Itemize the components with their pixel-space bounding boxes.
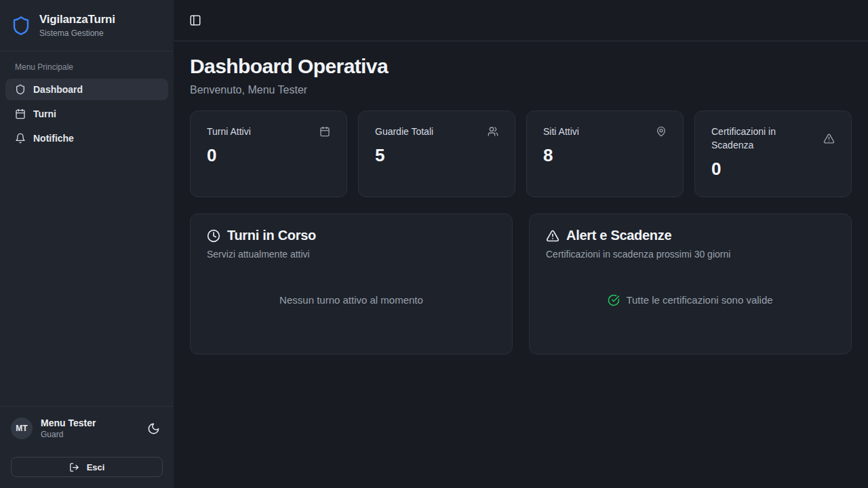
- panel-subtitle: Certificazioni in scadenza prossimi 30 g…: [546, 249, 835, 260]
- sidebar-item-dashboard[interactable]: Dashboard: [5, 79, 168, 100]
- app-brand: VigilanzaTurni Sistema Gestione: [0, 0, 174, 52]
- panel-empty-text: Tutte le certificazioni sono valide: [626, 294, 772, 306]
- stat-card-siti-attivi: Siti Attivi 8: [526, 110, 684, 197]
- theme-toggle-button[interactable]: [144, 420, 163, 438]
- bell-icon: [15, 133, 26, 144]
- alert-triangle-icon: [546, 229, 559, 243]
- panel-title: Turni in Corso: [227, 228, 316, 243]
- sidebar-item-turni[interactable]: Turni: [5, 103, 168, 125]
- sidebar-item-label: Dashboard: [33, 84, 83, 95]
- main-area: Dashboard Operativa Benvenuto, Menu Test…: [174, 0, 868, 488]
- calendar-icon: [15, 108, 26, 119]
- stat-value: 0: [207, 145, 330, 166]
- avatar: MT: [11, 418, 33, 439]
- page-subtitle: Benvenuto, Menu Tester: [190, 84, 852, 96]
- circle-check-icon: [608, 294, 620, 306]
- sidebar: VigilanzaTurni Sistema Gestione Menu Pri…: [0, 0, 174, 488]
- stats-grid: Turni Attivi 0 Guardie Totali: [190, 110, 852, 197]
- stat-value: 0: [711, 159, 835, 180]
- user-row: MT Menu Tester Guard: [11, 418, 163, 439]
- stat-label: Certificazioni in Scadenza: [711, 125, 818, 152]
- clock-icon: [207, 229, 220, 243]
- alert-triangle-icon: [823, 133, 835, 144]
- topbar: [174, 0, 868, 41]
- stat-label: Guardie Totali: [375, 125, 433, 138]
- stat-card-certificazioni: Certificazioni in Scadenza 0: [694, 110, 852, 197]
- sidebar-item-label: Turni: [33, 108, 56, 119]
- sidebar-section-label: Menu Principale: [5, 62, 168, 72]
- shield-icon: [11, 16, 31, 36]
- user-role: Guard: [41, 430, 96, 439]
- stat-label: Siti Attivi: [543, 125, 579, 138]
- stat-card-guardie-totali: Guardie Totali 5: [358, 110, 515, 197]
- logout-button[interactable]: Esci: [11, 457, 163, 477]
- panels-grid: Turni in Corso Servizi attualmente attiv…: [190, 214, 852, 354]
- sidebar-nav: Menu Principale Dashboard Turni: [0, 52, 174, 160]
- log-out-icon: [69, 462, 79, 472]
- panel-left-icon: [189, 14, 201, 26]
- stat-value: 8: [543, 145, 667, 166]
- app-subtitle: Sistema Gestione: [39, 28, 115, 38]
- panel-subtitle: Servizi attualmente attivi: [207, 249, 496, 260]
- moon-icon: [147, 422, 160, 435]
- sidebar-item-notifiche[interactable]: Notifiche: [5, 127, 168, 149]
- stat-card-turni-attivi: Turni Attivi 0: [190, 110, 347, 197]
- page-title: Dashboard Operativa: [190, 55, 852, 78]
- sidebar-toggle-button[interactable]: [188, 13, 203, 28]
- calendar-icon: [319, 126, 330, 137]
- user-name: Menu Tester: [41, 418, 96, 428]
- app-title: VigilanzaTurni: [39, 13, 115, 26]
- stat-value: 5: [375, 145, 498, 166]
- panel-title: Alert e Scadenze: [566, 228, 671, 243]
- panel-alert-scadenze: Alert e Scadenze Certificazioni in scade…: [529, 214, 852, 354]
- page-content: Dashboard Operativa Benvenuto, Menu Test…: [174, 41, 868, 368]
- sidebar-item-label: Notifiche: [33, 133, 74, 144]
- sidebar-footer: MT Menu Tester Guard Esci: [0, 406, 174, 488]
- stat-label: Turni Attivi: [207, 125, 251, 138]
- map-pin-icon: [656, 126, 667, 137]
- panel-turni-in-corso: Turni in Corso Servizi attualmente attiv…: [190, 214, 513, 354]
- panel-empty-text: Nessun turno attivo al momento: [279, 294, 423, 306]
- logout-label: Esci: [87, 462, 105, 472]
- users-icon: [488, 126, 498, 137]
- shield-icon: [15, 84, 26, 95]
